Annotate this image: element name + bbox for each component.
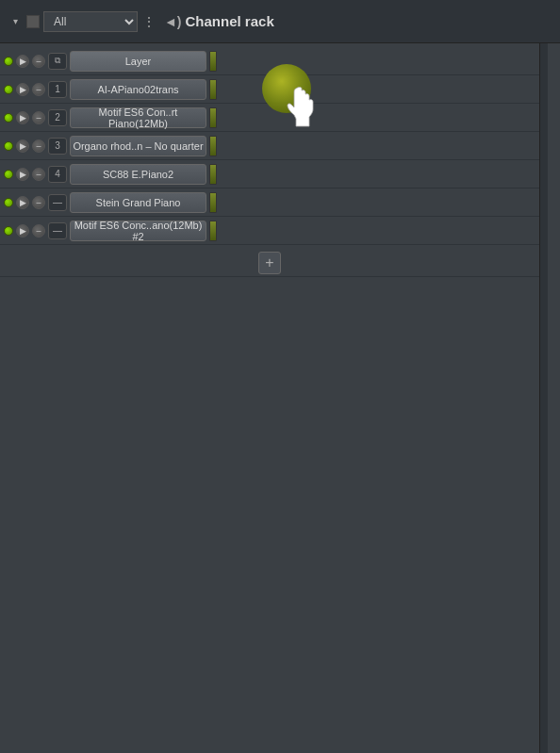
volume-knob-6[interactable] xyxy=(209,221,217,241)
channel-number-3[interactable]: 3 xyxy=(48,138,67,155)
channel-icon-0[interactable]: ⧉ xyxy=(48,53,67,70)
channel-number-1[interactable]: 1 xyxy=(48,81,67,98)
channel-name-btn-4[interactable]: SC88 E.Piano2 xyxy=(70,164,206,185)
volume-knob-4[interactable] xyxy=(209,164,217,185)
channel-list: ▶ – ⧉ Layer ▶ – 1 AI-APiano02trans xyxy=(0,43,539,249)
btn-mute-0[interactable]: – xyxy=(32,55,45,68)
channel-name-btn-0[interactable]: Layer xyxy=(70,51,206,72)
btn-mute-1[interactable]: – xyxy=(32,83,45,96)
add-button-row: + xyxy=(0,249,539,277)
channel-name-btn-2[interactable]: Motif ES6 Con..rt Piano(12Mb) xyxy=(70,107,206,128)
led-active-6[interactable] xyxy=(4,226,13,236)
channel-name-btn-3[interactable]: Organo rhod..n – No quarter xyxy=(70,136,206,156)
channel-number-2[interactable]: 2 xyxy=(48,109,67,126)
channel-number-4[interactable]: 4 xyxy=(48,166,67,183)
channel-row: ▶ – ⧉ Layer xyxy=(0,47,539,75)
volume-knob-2[interactable] xyxy=(209,107,217,128)
btn-play-3[interactable]: ▶ xyxy=(16,139,29,153)
led-active-4[interactable] xyxy=(4,170,13,179)
btn-play-1[interactable]: ▶ xyxy=(16,83,29,96)
btn-play-6[interactable]: ▶ xyxy=(16,224,29,237)
btn-play-5[interactable]: ▶ xyxy=(16,196,29,209)
channel-panel: ▶ – ⧉ Layer ▶ – 1 AI-APiano02trans xyxy=(0,43,539,753)
led-active-0[interactable] xyxy=(4,57,13,66)
volume-knob-3[interactable] xyxy=(209,136,217,156)
channel-row: ▶ – — Motif ES6 Conc..ano(12Mb) #2 xyxy=(0,217,539,245)
channel-row: ▶ – 2 Motif ES6 Con..rt Piano(12Mb) xyxy=(0,104,539,132)
content-wrapper: ▶ – ⧉ Layer ▶ – 1 AI-APiano02trans xyxy=(0,43,560,753)
led-active-2[interactable] xyxy=(4,113,13,123)
channel-row: ▶ – 4 SC88 E.Piano2 xyxy=(0,160,539,188)
led-active-5[interactable] xyxy=(4,198,13,207)
channel-rack-title: ◄) Channel rack xyxy=(164,13,274,29)
led-active-1[interactable] xyxy=(4,85,13,94)
btn-mute-5[interactable]: – xyxy=(32,196,45,209)
menu-icon[interactable]: ⋮ xyxy=(141,14,156,29)
all-checkbox[interactable] xyxy=(26,15,40,28)
add-channel-button[interactable]: + xyxy=(258,252,281,274)
channel-row: ▶ – — Stein Grand Piano xyxy=(0,188,539,217)
btn-mute-3[interactable]: – xyxy=(32,139,45,153)
channel-row: ▶ – 1 AI-APiano02trans xyxy=(0,75,539,104)
volume-knob-0[interactable] xyxy=(209,51,217,72)
volume-knob-1[interactable] xyxy=(209,79,217,100)
scrollbar[interactable] xyxy=(539,43,548,753)
empty-area xyxy=(0,277,539,711)
led-active-3[interactable] xyxy=(4,141,13,151)
channel-number-5[interactable]: — xyxy=(48,194,67,211)
volume-knob-5[interactable] xyxy=(209,192,217,213)
channel-name-btn-1[interactable]: AI-APiano02trans xyxy=(70,79,206,100)
btn-mute-6[interactable]: – xyxy=(32,224,45,237)
btn-mute-4[interactable]: – xyxy=(32,168,45,181)
title-bar-left: ▾ All ⋮ xyxy=(8,11,156,32)
channel-filter-dropdown[interactable]: All xyxy=(43,11,138,32)
btn-play-0[interactable]: ▶ xyxy=(16,55,29,68)
channel-number-6[interactable]: — xyxy=(48,222,67,239)
channel-name-btn-6[interactable]: Motif ES6 Conc..ano(12Mb) #2 xyxy=(70,221,206,241)
page-title: Channel rack xyxy=(186,13,274,29)
btn-play-2[interactable]: ▶ xyxy=(16,111,29,124)
btn-mute-2[interactable]: – xyxy=(32,111,45,124)
title-bar: ▾ All ⋮ ◄) Channel rack xyxy=(0,0,560,43)
btn-play-4[interactable]: ▶ xyxy=(16,168,29,181)
channel-name-btn-5[interactable]: Stein Grand Piano xyxy=(70,192,206,213)
arrow-down-icon[interactable]: ▾ xyxy=(8,14,23,29)
channel-row: ▶ – 3 Organo rhod..n – No quarter xyxy=(0,132,539,160)
speaker-icon: ◄) xyxy=(164,14,182,29)
